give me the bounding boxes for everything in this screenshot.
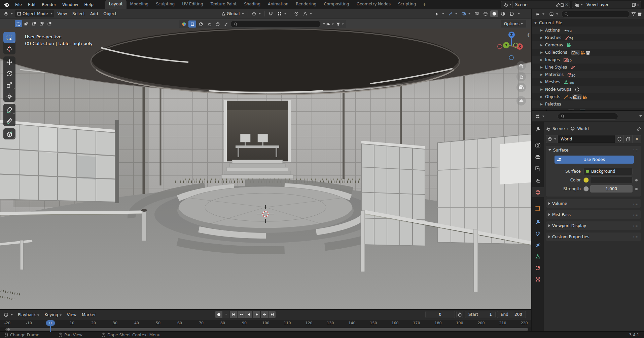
xray-toggle[interactable] bbox=[473, 10, 481, 17]
outliner-row-brushes[interactable]: ▶Brushes74 bbox=[532, 34, 644, 41]
expand-arrow-icon[interactable]: ▶ bbox=[540, 88, 545, 91]
transport-jump-end-button[interactable] bbox=[269, 311, 276, 318]
decorator-dot[interactable] bbox=[635, 179, 638, 181]
blender-logo-icon[interactable] bbox=[3, 2, 9, 8]
expand-arrow-icon[interactable]: ▶ bbox=[540, 73, 545, 76]
expand-arrow-icon[interactable]: ▶ bbox=[540, 95, 545, 98]
timeline-menu-view[interactable]: View bbox=[64, 311, 79, 319]
gizmo-z-axis[interactable]: Z bbox=[508, 32, 515, 38]
properties-tab-texture[interactable] bbox=[532, 274, 544, 284]
workspace-tab-texture-paint[interactable]: Texture Paint bbox=[207, 0, 240, 9]
unlink-icon[interactable]: ✕ bbox=[565, 2, 568, 7]
new-datablock-icon[interactable] bbox=[560, 2, 565, 7]
properties-tab-modifiers[interactable] bbox=[532, 217, 544, 227]
surface-shader-field[interactable]: Background bbox=[583, 168, 633, 175]
outliner-row-materials[interactable]: ▶Materials30 bbox=[532, 71, 644, 78]
topbar-menu-file[interactable]: File bbox=[12, 1, 25, 8]
show-gizmo-button[interactable] bbox=[446, 10, 459, 17]
workspace-tab-animation[interactable]: Animation bbox=[264, 0, 292, 9]
gizmo-minus-y-axis[interactable] bbox=[513, 43, 518, 48]
tool-measure[interactable] bbox=[3, 115, 15, 126]
outliner-editor-type-button[interactable] bbox=[534, 11, 546, 17]
panel-grip-icon[interactable]: :::: bbox=[633, 213, 639, 216]
shading-solid-button[interactable] bbox=[490, 10, 498, 17]
editor-type-button[interactable] bbox=[2, 10, 14, 17]
scene-selector[interactable]: Scene ✕ bbox=[501, 1, 570, 8]
gizmo-minus-x-axis[interactable] bbox=[497, 44, 502, 49]
surface-panel-header[interactable]: Surface :::: bbox=[546, 146, 641, 154]
transport-jump-start-button[interactable] bbox=[230, 311, 237, 318]
properties-tab-render[interactable] bbox=[532, 140, 544, 150]
stopwatch-icon[interactable] bbox=[456, 311, 463, 318]
workspace-tab-modeling[interactable]: Modeling bbox=[127, 0, 152, 9]
transform-orientation[interactable]: Global bbox=[219, 10, 246, 17]
filter-collapse-chevron[interactable] bbox=[323, 23, 325, 25]
timeline-scrollbar[interactable] bbox=[5, 328, 528, 331]
timeline-editor-type-button[interactable] bbox=[2, 311, 14, 318]
transport-prev-key-button[interactable] bbox=[238, 311, 245, 318]
timeline-ruler[interactable]: -20-100102030405060708090100110120130140… bbox=[0, 320, 531, 327]
outliner-row-objects[interactable]: ▶Objects1981 bbox=[532, 93, 644, 100]
playhead[interactable] bbox=[50, 320, 51, 332]
shading-dropdown[interactable] bbox=[518, 13, 520, 14]
auto-key-button[interactable] bbox=[215, 311, 222, 318]
timeline-menu-marker[interactable]: Marker bbox=[79, 311, 98, 319]
navigation-gizmo[interactable]: Z X Y bbox=[497, 30, 528, 62]
view-layer-name[interactable]: View Layer bbox=[584, 2, 632, 7]
tool-transform[interactable] bbox=[3, 91, 15, 102]
workspace-tab-sculpting[interactable]: Sculpting bbox=[152, 0, 178, 9]
workspace-tab-rendering[interactable]: Rendering bbox=[292, 0, 320, 9]
properties-tab-material[interactable] bbox=[532, 263, 544, 273]
transport-play-button[interactable] bbox=[253, 311, 260, 318]
tool-move[interactable] bbox=[3, 56, 15, 68]
add-workspace-button[interactable]: + bbox=[420, 0, 429, 9]
outliner-row-actions[interactable]: ▶Actions19 bbox=[532, 27, 644, 34]
shading-wireframe-button[interactable] bbox=[481, 10, 490, 17]
workspace-tab-geometry-nodes[interactable]: Geometry Nodes bbox=[353, 0, 394, 9]
panel-grip-icon[interactable]: :::: bbox=[633, 149, 639, 152]
topbar-menu-edit[interactable]: Edit bbox=[25, 1, 39, 8]
filter-search-input[interactable] bbox=[230, 20, 321, 28]
expand-arrow-icon[interactable]: ▶ bbox=[540, 29, 545, 32]
toggle-orthographic-button[interactable] bbox=[516, 96, 526, 105]
strength-slider[interactable]: 1.000 bbox=[590, 185, 633, 193]
outliner-row-palettes[interactable]: ▶Palettes bbox=[532, 100, 644, 108]
workspace-tab-shading[interactable]: Shading bbox=[240, 0, 264, 9]
timeline-menu-playback[interactable]: Playback bbox=[15, 311, 42, 319]
sidebar-collapse-arrow[interactable]: ❮ bbox=[527, 33, 530, 37]
properties-tab-output[interactable] bbox=[532, 152, 544, 162]
object-visibility-button[interactable] bbox=[433, 10, 446, 17]
camera-view-button[interactable] bbox=[516, 83, 526, 92]
panel-grip-icon[interactable]: :::: bbox=[633, 202, 639, 205]
scene-name[interactable]: Scene bbox=[513, 2, 556, 7]
viewport-menu-add[interactable]: Add bbox=[87, 10, 101, 17]
panel-grip-icon[interactable]: :::: bbox=[633, 235, 639, 239]
blender-data-icon[interactable] bbox=[180, 20, 188, 28]
outliner-row-collections[interactable]: ▶Collections76 bbox=[532, 49, 644, 56]
transport-next-key-button[interactable] bbox=[261, 311, 268, 318]
expand-arrow-icon[interactable]: ▶ bbox=[540, 51, 545, 54]
auto-key-dropdown[interactable] bbox=[222, 311, 229, 318]
tool-scale[interactable] bbox=[3, 79, 15, 90]
properties-tab-world[interactable] bbox=[532, 187, 544, 197]
proportional-falloff-button[interactable] bbox=[301, 10, 314, 17]
select-mode-intersect[interactable] bbox=[46, 20, 53, 27]
properties-tab-tool[interactable] bbox=[532, 124, 544, 134]
properties-tab-view-layer[interactable] bbox=[532, 164, 544, 174]
options-button[interactable]: Options bbox=[501, 20, 526, 28]
use-nodes-button[interactable]: Use Nodes bbox=[554, 156, 634, 164]
panel-grip-icon[interactable]: :::: bbox=[633, 224, 639, 227]
outliner-root-row[interactable]: ▼ Current File bbox=[532, 19, 644, 27]
show-overlays-button[interactable] bbox=[460, 10, 472, 17]
tool-rotate[interactable] bbox=[3, 68, 15, 79]
remove-layer-icon[interactable]: ✕ bbox=[636, 2, 640, 7]
gizmo-minus-z-axis[interactable] bbox=[509, 55, 514, 60]
shading-material-button[interactable] bbox=[499, 10, 507, 17]
color-socket-swatch[interactable] bbox=[583, 177, 589, 183]
scene-icon[interactable] bbox=[502, 1, 513, 8]
frame-end-field[interactable]: End200 bbox=[497, 311, 526, 318]
breadcrumb-scene[interactable]: Scene bbox=[552, 126, 565, 131]
select-mode-subtract[interactable] bbox=[30, 20, 38, 27]
breadcrumb-datablock[interactable]: World bbox=[577, 126, 588, 131]
snap-toggle[interactable] bbox=[267, 10, 275, 17]
